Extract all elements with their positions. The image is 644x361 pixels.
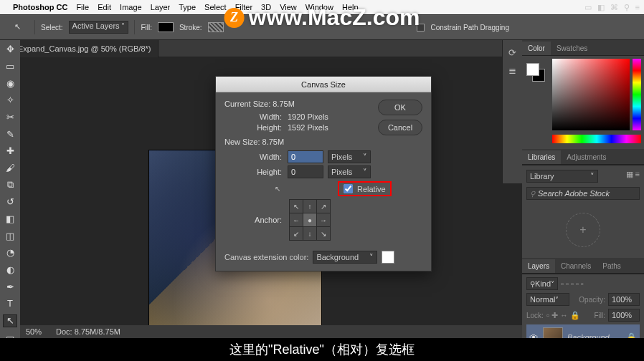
relative-checkbox[interactable] <box>344 184 353 193</box>
select-mode-dropdown[interactable]: Active Layers ˅ <box>69 21 129 34</box>
foreground-color-swatch[interactable] <box>526 63 539 76</box>
cancel-button[interactable]: Cancel <box>378 120 422 135</box>
stroke-label: Stroke: <box>179 24 202 32</box>
new-size-label: New Size: 8.75M <box>224 138 422 146</box>
lock-label: Lock: <box>526 312 544 319</box>
extension-color-label: Canvas extension color: <box>224 253 308 261</box>
new-height-label: Height: <box>224 168 288 176</box>
menu-file[interactable]: File <box>76 3 89 11</box>
search-icon[interactable]: ⚲ <box>624 3 630 12</box>
dialog-title: Canvas Size <box>216 77 431 92</box>
magic-wand-tool-icon[interactable]: ✧ <box>3 94 17 107</box>
blur-tool-icon[interactable]: ◔ <box>3 246 17 259</box>
marquee-tool-icon[interactable]: ▭ <box>3 60 17 73</box>
document-tab[interactable]: × Expand_Canvas.jpg @ 50% (RGB/8*) <box>0 40 158 57</box>
channels-tab[interactable]: Channels <box>555 259 597 273</box>
anchor-nw[interactable]: ↖ <box>290 200 303 213</box>
anchor-w[interactable]: ← <box>290 213 303 226</box>
stock-search-input[interactable]: ⚲ Search Adobe Stock <box>526 187 640 200</box>
move-tool-icon[interactable]: ✥ <box>3 43 17 56</box>
swatches-tab[interactable]: Swatches <box>551 42 593 55</box>
new-width-input[interactable] <box>288 150 323 163</box>
anchor-center[interactable]: ● <box>303 213 316 226</box>
menu-3d[interactable]: 3D <box>261 3 271 11</box>
anchor-n[interactable]: ↑ <box>303 200 316 213</box>
libraries-tab[interactable]: Libraries <box>522 150 561 164</box>
menu-view[interactable]: View <box>280 3 297 11</box>
current-width-value: 1920 Pixels <box>288 112 328 121</box>
relative-label: Relative <box>357 185 386 193</box>
menu-select[interactable]: Select <box>204 3 227 11</box>
menu-help[interactable]: Help <box>342 3 359 11</box>
anchor-s[interactable]: ↓ <box>303 227 316 240</box>
fill-swatch[interactable] <box>158 22 174 32</box>
crop-tool-icon[interactable]: ✂ <box>3 111 17 124</box>
anchor-e[interactable]: → <box>317 213 330 226</box>
healing-tool-icon[interactable]: ✚ <box>3 145 17 158</box>
extension-color-dropdown[interactable]: Background˅ <box>313 251 377 264</box>
color-field[interactable] <box>552 59 630 130</box>
libraries-panel: Library˅ ▦ ≡ ⚲ Search Adobe Stock + + ☁ … <box>522 165 644 258</box>
lasso-tool-icon[interactable]: ◉ <box>3 77 17 90</box>
properties-panel-icon[interactable]: ≣ <box>508 65 516 76</box>
subtitle-text: 这里的"Relative"（相对）复选框 <box>0 338 644 361</box>
anchor-grid[interactable]: ↖ ↑ ↗ ← ● → ↙ ↓ ↘ <box>289 199 331 241</box>
height-unit-dropdown[interactable]: Pixels˅ <box>328 165 371 178</box>
constrain-checkbox[interactable] <box>417 24 425 32</box>
opacity-input[interactable]: 100% <box>608 293 640 306</box>
layer-filter-dropdown[interactable]: ⚲ Kind ˅ <box>526 277 558 290</box>
layers-tab[interactable]: Layers <box>522 259 555 273</box>
current-height-label: Height: <box>224 123 288 132</box>
anchor-ne[interactable]: ↗ <box>317 200 330 213</box>
pen-tool-icon[interactable]: ✒ <box>3 280 17 293</box>
screen-icon[interactable]: ▭ <box>584 3 592 12</box>
zoom-level[interactable]: 50% <box>26 327 42 336</box>
path-selection-tool-icon-tools[interactable]: ↖ <box>3 314 17 327</box>
blend-mode-dropdown[interactable]: Normal ˅ <box>526 293 569 306</box>
menu-icon[interactable]: ≡ <box>635 3 640 12</box>
status-bar: 50% Doc: 8.75M/8.75M <box>20 325 522 338</box>
menu-image[interactable]: Image <box>120 3 142 11</box>
type-tool-icon[interactable]: T <box>3 297 17 310</box>
app-menu[interactable]: Photoshop CC <box>13 3 67 11</box>
wifi-icon[interactable]: ⌘ <box>610 3 618 12</box>
menu-window[interactable]: Window <box>306 3 333 11</box>
options-bar: ↖ Select: Active Layers ˅ Fill: Stroke: … <box>0 14 644 40</box>
foreground-background-swatches[interactable] <box>526 63 546 83</box>
width-unit-dropdown[interactable]: Pixels˅ <box>328 150 371 163</box>
menu-layer[interactable]: Layer <box>151 3 171 11</box>
brush-tool-icon[interactable]: 🖌 <box>3 162 17 175</box>
ok-button[interactable]: OK <box>378 100 422 115</box>
color-tab[interactable]: Color <box>522 42 551 55</box>
library-dropdown[interactable]: Library˅ <box>526 170 598 183</box>
history-panel-icon[interactable]: ⟳ <box>508 47 516 58</box>
hue-bar[interactable] <box>552 135 641 143</box>
hue-strip[interactable] <box>633 59 641 130</box>
adjustments-tab[interactable]: Adjustments <box>561 150 612 164</box>
opacity-label: Opacity: <box>579 296 605 304</box>
menu-filter[interactable]: Filter <box>235 3 252 11</box>
cc-icon[interactable]: ◧ <box>597 3 605 12</box>
path-selection-tool-icon[interactable]: ↖ <box>14 22 24 32</box>
add-to-library-button[interactable]: + <box>566 213 600 247</box>
menu-edit[interactable]: Edit <box>98 3 111 11</box>
anchor-sw[interactable]: ↙ <box>290 227 303 240</box>
macos-menubar: Photoshop CC File Edit Image Layer Type … <box>0 0 644 14</box>
history-brush-tool-icon[interactable]: ↺ <box>3 196 17 208</box>
menu-type[interactable]: Type <box>179 3 196 11</box>
anchor-se[interactable]: ↘ <box>317 227 330 240</box>
new-height-input[interactable] <box>288 165 323 178</box>
stamp-tool-icon[interactable]: ⧉ <box>3 178 17 191</box>
eyedropper-tool-icon[interactable]: ✎ <box>3 127 17 140</box>
dodge-tool-icon[interactable]: ◐ <box>3 264 17 276</box>
stroke-swatch[interactable] <box>208 22 224 32</box>
layer-fill-input[interactable]: 100% <box>608 309 640 322</box>
gradient-tool-icon[interactable]: ◫ <box>3 229 17 242</box>
layer-fill-label: Fill: <box>594 312 605 319</box>
constrain-label: Constrain Path Dragging <box>430 24 509 32</box>
document-tab-title: Expand_Canvas.jpg @ 50% (RGB/8*) <box>18 44 151 53</box>
extension-color-swatch[interactable] <box>382 251 394 264</box>
paths-tab[interactable]: Paths <box>597 259 627 273</box>
eraser-tool-icon[interactable]: ◧ <box>3 213 17 226</box>
menubar-status-icons: ▭ ◧ ⌘ ⚲ ≡ <box>584 3 640 12</box>
